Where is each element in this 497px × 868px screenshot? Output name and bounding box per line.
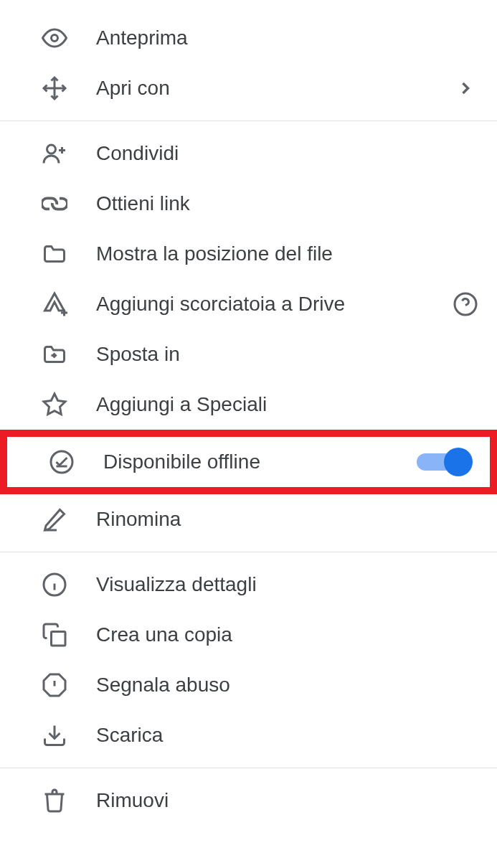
help-icon[interactable] — [451, 290, 480, 319]
menu-item-label: Anteprima — [96, 27, 480, 49]
menu-item-add-shortcut[interactable]: Aggiungi scorciatoia a Drive — [0, 279, 497, 329]
divider — [0, 552, 497, 552]
menu-item-label: Apri con — [96, 77, 451, 100]
pencil-icon — [40, 505, 69, 534]
context-menu: Anteprima Apri con — [0, 0, 497, 839]
menu-item-label: Condividi — [96, 142, 480, 165]
star-icon — [40, 390, 69, 419]
menu-item-share[interactable]: Condividi — [0, 128, 497, 179]
arrows-move-icon — [40, 74, 69, 103]
menu-item-open-with[interactable]: Apri con — [0, 63, 497, 113]
drive-shortcut-icon — [40, 290, 69, 319]
menu-item-label: Sposta in — [96, 343, 480, 366]
menu-item-label: Ottieni link — [96, 192, 480, 215]
menu-item-add-star[interactable]: Aggiungi a Speciali — [0, 379, 497, 430]
menu-item-show-location[interactable]: Mostra la posizione del file — [0, 229, 497, 279]
svg-point-3 — [47, 145, 56, 154]
menu-item-label: Rinomina — [96, 508, 480, 531]
alert-octagon-icon — [40, 671, 69, 699]
offline-toggle[interactable] — [417, 446, 473, 478]
svg-point-0 — [52, 35, 58, 42]
menu-item-available-offline[interactable]: Disponibile offline — [7, 437, 490, 487]
folder-icon — [40, 240, 69, 268]
menu-item-report-abuse[interactable]: Segnala abuso — [0, 660, 497, 710]
menu-item-label: Segnala abuso — [96, 674, 480, 697]
menu-item-label: Rimuovi — [96, 789, 480, 812]
divider — [0, 768, 497, 768]
menu-item-rename[interactable]: Rinomina — [0, 494, 497, 544]
link-icon — [40, 189, 69, 218]
menu-item-label: Disponibile offline — [103, 450, 417, 473]
menu-item-label: Scarica — [96, 724, 480, 747]
menu-item-view-details[interactable]: Visualizza dettagli — [0, 560, 497, 610]
person-add-icon — [40, 139, 69, 168]
svg-marker-10 — [44, 394, 65, 415]
folder-move-icon — [40, 340, 69, 369]
trash-icon — [40, 786, 69, 815]
menu-item-remove[interactable]: Rimuovi — [0, 775, 497, 826]
toggle-thumb — [444, 448, 473, 476]
divider — [0, 121, 497, 121]
menu-item-move-to[interactable]: Sposta in — [0, 329, 497, 379]
menu-item-label: Crea una copia — [96, 623, 480, 646]
chevron-right-icon — [451, 74, 480, 103]
menu-item-label: Visualizza dettagli — [96, 573, 480, 596]
menu-item-download[interactable]: Scarica — [0, 710, 497, 760]
menu-item-label: Aggiungi scorciatoia a Drive — [96, 293, 451, 316]
eye-icon — [40, 24, 69, 52]
menu-item-label: Mostra la posizione del file — [96, 242, 480, 265]
highlight-annotation: Disponibile offline — [0, 430, 497, 494]
svg-rect-17 — [52, 632, 66, 646]
menu-item-preview[interactable]: Anteprima — [0, 13, 497, 63]
download-icon — [40, 721, 69, 750]
offline-check-icon — [47, 448, 76, 476]
menu-item-get-link[interactable]: Ottieni link — [0, 179, 497, 229]
info-icon — [40, 570, 69, 599]
copy-icon — [40, 621, 69, 649]
menu-item-make-copy[interactable]: Crea una copia — [0, 610, 497, 660]
menu-item-label: Aggiungi a Speciali — [96, 393, 480, 416]
